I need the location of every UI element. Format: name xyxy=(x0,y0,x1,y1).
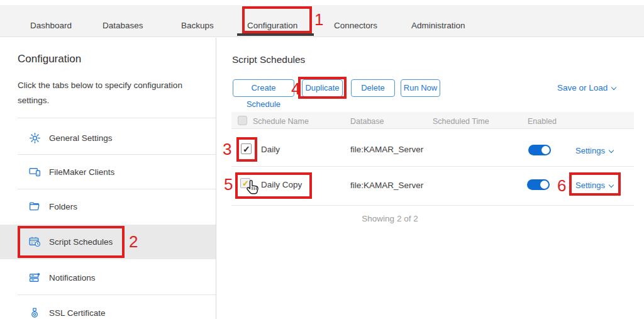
sidebar-title: Configuration xyxy=(18,53,81,65)
select-all-checkbox[interactable] xyxy=(238,116,247,125)
run-now-button[interactable]: Run Now xyxy=(401,79,440,97)
annotation-number-6: 6 xyxy=(557,177,566,194)
sidebar-item-label: SSL Certificate xyxy=(49,308,106,318)
admin-console-window: Dashboard Databases Backups Configuratio… xyxy=(0,0,644,319)
table-footer-count: Showing 2 of 2 xyxy=(233,214,547,223)
database-cell: file:KAMAR_Server xyxy=(350,181,423,190)
sidebar-item-label: FileMaker Clients xyxy=(49,167,114,177)
nav-tab-connectors[interactable]: Connectors xyxy=(334,21,377,30)
row-divider xyxy=(231,205,634,206)
sidebar-divider xyxy=(216,38,216,319)
page-title: Script Schedules xyxy=(232,54,305,65)
mouse-cursor-icon xyxy=(246,179,260,199)
row-divider xyxy=(231,166,634,167)
folder-icon xyxy=(28,200,42,213)
settings-menu-daily[interactable]: Settings xyxy=(575,146,613,155)
column-header-scheduled-time: Scheduled Time xyxy=(433,117,489,126)
chevron-down-icon xyxy=(609,148,614,153)
certificate-icon xyxy=(28,306,42,319)
sidebar-item-label: Notifications xyxy=(49,273,96,283)
sidebar-item-label: General Settings xyxy=(49,133,113,143)
divider xyxy=(18,294,216,295)
sidebar-item-general-settings[interactable]: General Settings xyxy=(0,121,216,155)
devices-icon xyxy=(28,165,42,179)
sidebar-item-filemaker-clients[interactable]: FileMaker Clients xyxy=(0,155,216,189)
annotation-box-3 xyxy=(236,137,257,162)
annotation-box-1 xyxy=(242,6,312,33)
annotation-box-2 xyxy=(18,226,125,258)
annotation-number-1: 1 xyxy=(314,11,323,28)
divider xyxy=(18,118,216,118)
enabled-toggle-daily[interactable] xyxy=(528,145,551,155)
active-tab-underline xyxy=(237,33,314,36)
nav-tab-databases[interactable]: Databases xyxy=(103,21,143,30)
chevron-down-icon xyxy=(611,85,616,90)
column-header-enabled: Enabled xyxy=(528,117,557,126)
annotation-number-5: 5 xyxy=(224,176,233,193)
gear-icon xyxy=(28,132,42,145)
schedule-name-cell: Daily xyxy=(261,145,280,154)
create-schedule-button[interactable]: Create Schedule xyxy=(233,79,294,97)
enabled-toggle-daily-copy[interactable] xyxy=(527,179,550,190)
column-header-schedule-name: Schedule Name xyxy=(253,117,309,126)
column-header-database: Database xyxy=(350,117,384,126)
database-cell: file:KAMAR_Server xyxy=(350,145,423,154)
annotation-box-4 xyxy=(298,77,347,99)
nav-tab-dashboard[interactable]: Dashboard xyxy=(30,21,72,30)
notifications-icon xyxy=(28,271,42,284)
nav-tab-administration[interactable]: Administration xyxy=(411,21,465,30)
sidebar-item-label: Folders xyxy=(49,202,77,211)
annotation-number-2: 2 xyxy=(129,233,138,250)
save-or-load-menu[interactable]: Save or Load xyxy=(557,83,616,92)
delete-button[interactable]: Delete xyxy=(351,79,395,97)
sidebar-item-notifications[interactable]: Notifications xyxy=(0,260,216,294)
settings-label: Settings xyxy=(575,146,605,155)
sidebar-item-folders[interactable]: Folders xyxy=(0,189,216,223)
annotation-number-3: 3 xyxy=(223,141,231,157)
save-or-load-label: Save or Load xyxy=(557,83,608,92)
annotation-box-6 xyxy=(569,172,621,196)
sidebar-item-ssl-certificate[interactable]: SSL Certificate xyxy=(0,296,216,319)
sidebar-description: Click the tabs below to specify configur… xyxy=(18,78,201,109)
nav-tab-backups[interactable]: Backups xyxy=(181,21,214,30)
